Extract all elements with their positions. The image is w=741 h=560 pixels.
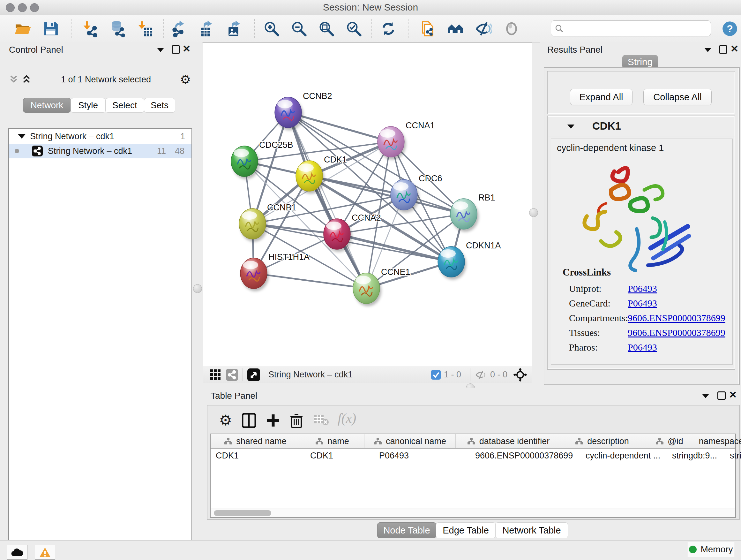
- crosslink-link[interactable]: 9606.ENSP00000378699: [628, 327, 725, 338]
- gear-icon[interactable]: ⚙: [180, 75, 191, 84]
- table-panel-close-icon[interactable]: ✕: [729, 391, 737, 399]
- network-node-hist1h1a[interactable]: HIST1H1A: [240, 252, 310, 291]
- control-panel-close-icon[interactable]: ✕: [183, 45, 191, 53]
- network-node-cdc25b[interactable]: CDC25B: [231, 140, 293, 179]
- results-panel-close-icon[interactable]: ✕: [731, 45, 738, 53]
- tab-edge-table[interactable]: Edge Table: [436, 522, 495, 538]
- table-cell[interactable]: cyclin-dependent ...: [581, 449, 667, 462]
- network-node-ccne1[interactable]: CCNE1: [353, 267, 410, 306]
- grid-view-icon[interactable]: [210, 369, 221, 380]
- warnings-button[interactable]: [35, 545, 55, 560]
- control-panel-menu-icon[interactable]: [157, 48, 164, 52]
- crosslink-row: Uniprot:P06493: [569, 283, 729, 294]
- scrollbar-thumb[interactable]: [214, 510, 271, 516]
- column-header--id[interactable]: @id: [643, 434, 696, 448]
- search-field[interactable]: [551, 20, 711, 37]
- network-edge[interactable]: [254, 273, 366, 288]
- tab-node-table[interactable]: Node Table: [377, 522, 436, 538]
- collapse-all-chevrons-icon[interactable]: [21, 75, 32, 84]
- export-table-button[interactable]: [197, 19, 216, 38]
- table-panel-menu-icon[interactable]: [702, 394, 709, 398]
- table-row[interactable]: CDK1CDK1P064939606.ENSP00000378699cyclin…: [211, 449, 735, 462]
- zoom-fit-button[interactable]: [317, 19, 336, 38]
- help-button[interactable]: ?: [721, 19, 739, 38]
- add-column-icon[interactable]: [266, 413, 280, 429]
- network-node-ccnb2[interactable]: CCNB2: [275, 91, 332, 130]
- network-collection-row[interactable]: String Network – cdk1 1: [9, 129, 192, 144]
- control-panel-float-icon[interactable]: [172, 45, 180, 54]
- toolbar-separator: [372, 19, 372, 38]
- table-header-row[interactable]: shared namenamecanonical namedatabase id…: [211, 434, 735, 449]
- table-cell[interactable]: CDK1: [305, 449, 374, 462]
- column-header-description[interactable]: description: [561, 434, 643, 448]
- network-node-cdkn1a[interactable]: CDKN1A: [438, 241, 501, 280]
- table-panel-float-icon[interactable]: [718, 391, 726, 400]
- network-row[interactable]: String Network – cdk1 11 48: [9, 144, 192, 159]
- tab-style[interactable]: Style: [71, 98, 106, 113]
- save-session-button[interactable]: [42, 19, 60, 38]
- column-header-canonical-name[interactable]: canonical name: [364, 434, 456, 448]
- collection-expander-icon[interactable]: [18, 134, 25, 138]
- zoom-out-button[interactable]: [290, 19, 308, 38]
- gene-collapse-icon[interactable]: [567, 125, 575, 129]
- left-splitter-handle[interactable]: [193, 284, 202, 293]
- export-image-button[interactable]: [225, 19, 243, 38]
- string-network-graph[interactable]: CCNB2CCNA1CDC25BCDK1CDC6RB1CCNB1CCNA2HIS…: [203, 43, 532, 366]
- tab-network[interactable]: Network: [23, 98, 71, 113]
- table-cell[interactable]: stringdb: [725, 449, 741, 462]
- selected-checkbox-icon[interactable]: [431, 370, 441, 380]
- gene-card-header[interactable]: CDK1: [548, 116, 735, 137]
- collapse-all-button[interactable]: Collapse All: [643, 89, 712, 105]
- crosslink-link[interactable]: P06493: [628, 283, 657, 294]
- window-title: Session: New Session: [0, 0, 741, 15]
- first-neighbors-button[interactable]: [446, 19, 465, 38]
- tab-sets[interactable]: Sets: [144, 98, 175, 113]
- results-panel-float-icon[interactable]: [719, 45, 727, 54]
- expand-all-chevrons-icon[interactable]: [8, 75, 19, 84]
- hide-selected-button[interactable]: [474, 19, 493, 38]
- clone-network-button[interactable]: [418, 19, 436, 38]
- import-network-from-database-button[interactable]: [108, 19, 126, 38]
- table-gear-icon[interactable]: ⚙: [219, 413, 232, 427]
- expand-all-button[interactable]: Expand All: [570, 89, 632, 105]
- pan-crosshair-icon[interactable]: [513, 368, 527, 382]
- tab-network-table[interactable]: Network Table: [495, 522, 568, 538]
- shared-column-icon: [467, 437, 475, 445]
- column-header-database-identifier[interactable]: database identifier: [456, 434, 561, 448]
- table-cell[interactable]: P06493: [374, 449, 470, 462]
- memory-button[interactable]: Memory: [687, 542, 735, 557]
- crosslink-link[interactable]: P06493: [628, 298, 657, 309]
- column-header-shared-name[interactable]: shared name: [211, 434, 300, 448]
- zoom-in-button[interactable]: [262, 19, 281, 38]
- delete-column-icon[interactable]: [290, 413, 303, 430]
- crosslink-link[interactable]: 9606.ENSP00000378699: [628, 313, 725, 323]
- network-node-ccnb1[interactable]: CCNB1: [239, 203, 296, 242]
- search-input[interactable]: [566, 23, 708, 34]
- table-cell[interactable]: stringdb:9...: [667, 449, 725, 462]
- right-splitter-handle[interactable]: [529, 208, 538, 217]
- table-cell[interactable]: 9606.ENSP00000378699: [470, 449, 581, 462]
- horizontal-scrollbar[interactable]: [211, 509, 735, 517]
- open-session-button[interactable]: [13, 19, 32, 38]
- tab-select[interactable]: Select: [105, 98, 144, 113]
- birds-eye-view-button[interactable]: [247, 368, 260, 381]
- network-canvas[interactable]: CCNB2CCNA1CDC25BCDK1CDC6RB1CCNB1CCNA2HIS…: [203, 43, 532, 367]
- show-all-button[interactable]: [502, 19, 521, 38]
- network-node-rb1[interactable]: RB1: [450, 193, 495, 232]
- hidden-eye-slash-icon[interactable]: [475, 370, 487, 380]
- zoom-selected-button[interactable]: [345, 19, 363, 38]
- import-table-button[interactable]: [135, 19, 154, 38]
- cloud-button[interactable]: [7, 545, 27, 560]
- column-header-namespace[interactable]: namespace: [696, 434, 741, 448]
- network-view-icon[interactable]: [226, 369, 238, 381]
- import-network-button[interactable]: [80, 19, 99, 38]
- show-columns-icon[interactable]: [242, 413, 256, 429]
- results-panel-menu-icon[interactable]: [704, 48, 711, 52]
- crosslink-link[interactable]: P06493: [628, 342, 657, 353]
- column-header-name[interactable]: name: [300, 434, 364, 448]
- export-network-button[interactable]: [170, 19, 188, 38]
- table-cell[interactable]: CDK1: [211, 449, 305, 462]
- network-edge[interactable]: [288, 112, 366, 288]
- network-node-ccna1[interactable]: CCNA1: [378, 121, 435, 160]
- refresh-button[interactable]: [379, 19, 398, 38]
